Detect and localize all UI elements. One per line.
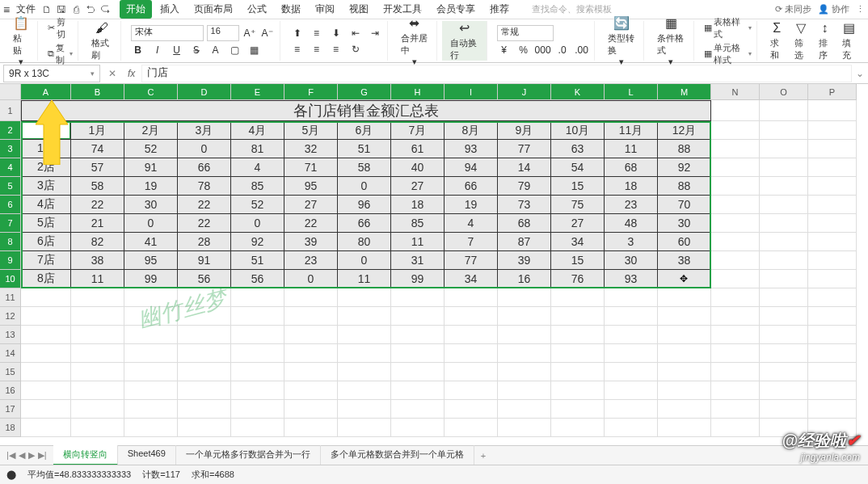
sheet-tab[interactable]: Sheet469 (118, 445, 176, 465)
cell[interactable] (71, 307, 124, 326)
data-cell[interactable]: 8店 (21, 270, 71, 288)
header-cell[interactable]: 8月 (445, 121, 498, 140)
sheet-prev-icon[interactable]: ◀ (19, 450, 25, 461)
cell[interactable] (231, 326, 284, 344)
tab-member[interactable]: 会员专享 (430, 0, 482, 19)
col-header-B[interactable]: B (71, 84, 124, 100)
cell[interactable] (711, 381, 760, 400)
cell[interactable] (284, 344, 338, 363)
row-header-6[interactable]: 6 (0, 196, 21, 214)
data-cell[interactable]: 88 (658, 177, 711, 196)
indent-inc-icon[interactable]: ⇥ (368, 26, 382, 40)
cell[interactable] (231, 288, 284, 307)
cell[interactable] (178, 381, 231, 400)
tab-insert[interactable]: 插入 (154, 0, 186, 19)
cell[interactable] (760, 158, 808, 177)
row-header-7[interactable]: 7 (0, 214, 21, 233)
data-cell[interactable]: 0 (284, 270, 338, 288)
cell[interactable] (21, 326, 71, 344)
col-header-O[interactable]: O (760, 84, 808, 100)
cell[interactable] (284, 419, 338, 437)
cell[interactable] (445, 326, 498, 344)
data-cell[interactable]: 27 (284, 196, 338, 214)
cell[interactable] (445, 400, 498, 419)
cell[interactable] (760, 177, 808, 196)
spreadsheet-grid[interactable]: ABCDEFGHIJKLMNOP 12345678910111213141516… (0, 84, 868, 464)
row-header-15[interactable]: 15 (0, 363, 21, 381)
sync-status[interactable]: ⟳ 未同步 (775, 3, 811, 15)
cell[interactable] (711, 121, 760, 140)
cell[interactable] (21, 381, 71, 400)
cell[interactable] (391, 381, 445, 400)
data-cell[interactable]: 91 (124, 158, 178, 177)
data-cell[interactable]: 23 (284, 251, 338, 270)
type-convert-button[interactable]: 🔄类型转换▾ (605, 14, 639, 69)
data-cell[interactable]: 66 (178, 158, 231, 177)
cell[interactable] (658, 363, 711, 381)
save-icon[interactable]: 🖫 (55, 3, 68, 16)
data-cell[interactable]: 99 (391, 270, 445, 288)
row-header-8[interactable]: 8 (0, 233, 21, 251)
cell[interactable] (808, 400, 857, 419)
data-cell[interactable]: 11 (71, 270, 124, 288)
cell[interactable] (760, 140, 808, 158)
data-cell[interactable]: 34 (551, 233, 605, 251)
font-size-select[interactable]: 16 (207, 25, 239, 41)
data-cell[interactable]: 79 (498, 177, 551, 196)
cell[interactable] (178, 419, 231, 437)
cell[interactable] (808, 177, 857, 196)
cell[interactable] (391, 307, 445, 326)
cell[interactable] (391, 400, 445, 419)
tab-recommend[interactable]: 推荐 (483, 0, 516, 19)
data-cell[interactable]: 27 (391, 177, 445, 196)
copy-button[interactable]: ⧉ 复制▾ (48, 42, 73, 66)
orientation-icon[interactable]: ↻ (348, 42, 363, 57)
tab-formula[interactable]: 公式 (241, 0, 273, 19)
align-top-icon[interactable]: ⬆ (290, 26, 305, 40)
table-style-button[interactable]: ▦ 表格样式▾ (704, 16, 752, 40)
data-cell[interactable]: 99 (124, 270, 178, 288)
data-cell[interactable]: 38 (71, 251, 124, 270)
sort-button[interactable]: ↕排序 (815, 19, 835, 63)
header-cell[interactable]: 9月 (498, 121, 551, 140)
fx-icon[interactable]: fx (128, 68, 135, 79)
row-header-11[interactable]: 11 (0, 288, 21, 307)
header-cell[interactable]: 7月 (391, 121, 445, 140)
data-cell[interactable]: 5店 (21, 214, 71, 233)
data-cell[interactable]: 73 (498, 196, 551, 214)
cell[interactable] (338, 419, 391, 437)
align-right-icon[interactable]: ≡ (329, 42, 343, 57)
data-cell[interactable]: 22 (71, 196, 124, 214)
cell[interactable] (71, 326, 124, 344)
data-cell[interactable]: 48 (605, 214, 658, 233)
header-cell[interactable]: 6月 (338, 121, 391, 140)
sheet-last-icon[interactable]: ▶| (38, 450, 47, 461)
title-cell[interactable]: 各门店销售金额汇总表 (21, 100, 711, 121)
data-cell[interactable]: 40 (391, 158, 445, 177)
cell[interactable] (711, 251, 760, 270)
font-color-icon[interactable]: A (209, 43, 223, 57)
data-cell[interactable]: 4 (445, 214, 498, 233)
data-cell[interactable]: 11 (391, 233, 445, 251)
data-cell[interactable]: 15 (551, 177, 605, 196)
cell[interactable] (21, 419, 71, 437)
data-cell[interactable]: 60 (658, 233, 711, 251)
data-cell[interactable]: 92 (231, 233, 284, 251)
data-cell[interactable]: 77 (445, 251, 498, 270)
cell[interactable] (658, 288, 711, 307)
data-cell[interactable]: 30 (605, 251, 658, 270)
increase-font-icon[interactable]: A⁺ (242, 26, 257, 40)
tab-data[interactable]: 数据 (275, 0, 307, 19)
data-cell[interactable]: 56 (178, 270, 231, 288)
col-header-P[interactable]: P (808, 84, 857, 100)
data-cell[interactable]: 11 (338, 270, 391, 288)
row-header-18[interactable]: 18 (0, 419, 21, 437)
underline-icon[interactable]: U (170, 43, 184, 57)
align-bottom-icon[interactable]: ⬇ (329, 26, 343, 40)
cell[interactable] (760, 400, 808, 419)
paste-button[interactable]: 📋粘贴▾ (10, 14, 32, 69)
cell[interactable] (808, 344, 857, 363)
cell[interactable] (551, 288, 605, 307)
cell[interactable] (231, 419, 284, 437)
cell[interactable] (760, 121, 808, 140)
